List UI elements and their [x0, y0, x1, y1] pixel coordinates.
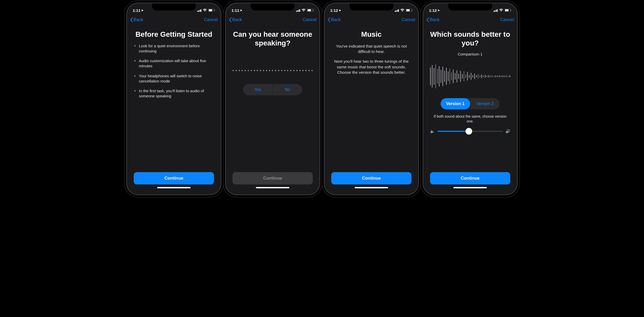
back-label: Back [133, 17, 143, 22]
page-title: Which sounds better to you? [430, 30, 510, 47]
page-title: Before Getting Started [134, 30, 214, 39]
paragraph: Next you'll hear two to three tunings of… [331, 59, 412, 75]
wifi-icon [499, 8, 503, 13]
notch [448, 3, 492, 11]
svg-rect-4 [308, 9, 311, 11]
location-icon: ➤ [141, 9, 144, 12]
cellular-icon [395, 9, 399, 12]
nav-bar: Back Cancel [226, 15, 319, 25]
list-item: Audio customization will take about five… [134, 58, 214, 69]
home-indicator[interactable] [157, 187, 191, 188]
back-button[interactable]: Back [426, 17, 440, 22]
back-button[interactable]: Back [130, 17, 143, 22]
chevron-left-icon [229, 17, 232, 22]
version-2-button[interactable]: Version 2 [470, 98, 500, 109]
svg-rect-2 [214, 10, 215, 11]
paragraph: You've indicated that quiet speech is no… [331, 43, 412, 54]
cellular-icon [197, 9, 202, 12]
phone-screen-4: 1:12 ➤ Back Cancel Which sounds better t… [423, 3, 518, 195]
back-label: Back [232, 17, 242, 22]
status-time: 1:12 [429, 8, 437, 13]
hint-text: If both sound about the same, choose ver… [430, 114, 510, 124]
body-copy: You've indicated that quiet speech is no… [331, 43, 412, 79]
phone-screen-2: 1:11 ➤ Back Cancel Can you hear someone … [225, 3, 320, 195]
wifi-icon [203, 8, 207, 13]
svg-rect-10 [505, 9, 508, 11]
home-indicator[interactable] [355, 187, 388, 188]
home-indicator[interactable] [256, 187, 289, 188]
wifi-icon [400, 8, 405, 13]
location-icon: ➤ [240, 9, 242, 12]
slider-fill [437, 131, 469, 132]
version-segment: Version 1 Version 2 [441, 98, 500, 109]
battery-icon [406, 8, 413, 13]
continue-button: Continue [232, 172, 313, 184]
cancel-button[interactable]: Cancel [500, 17, 514, 22]
waveform-icon [430, 62, 510, 90]
cellular-icon [296, 9, 300, 12]
svg-rect-1 [209, 9, 212, 11]
continue-button[interactable]: Continue [430, 172, 510, 184]
nav-bar: Back Cancel [325, 15, 418, 25]
nav-bar: Back Cancel [127, 15, 221, 25]
continue-button[interactable]: Continue [331, 172, 412, 184]
notch [152, 3, 196, 11]
list-item: Look for a quiet environment before cont… [134, 43, 214, 54]
wifi-icon [301, 8, 306, 13]
volume-slider-row: 🔈 🔊 [430, 129, 510, 134]
page-title: Can you hear someone speaking? [232, 30, 313, 47]
no-button[interactable]: No [273, 84, 302, 95]
page-title: Music [331, 30, 412, 39]
back-button[interactable]: Back [229, 17, 242, 22]
location-icon: ➤ [437, 9, 440, 12]
battery-icon [208, 8, 215, 13]
version-1-button[interactable]: Version 1 [441, 98, 470, 109]
phone-screen-3: 1:12 ➤ Back Cancel Music You've indicate… [324, 3, 419, 195]
audio-progress-dots [232, 70, 313, 71]
back-label: Back [430, 17, 440, 22]
chevron-left-icon [426, 17, 429, 22]
chevron-left-icon [130, 17, 133, 22]
back-button[interactable]: Back [328, 17, 341, 22]
svg-rect-5 [313, 10, 314, 11]
list-item: Your headphones will switch to noise can… [134, 73, 214, 84]
location-icon: ➤ [339, 9, 341, 12]
notch [251, 3, 294, 11]
phone-screen-1: 1:11 ➤ Back Cancel Before Getting Starte… [126, 3, 221, 195]
home-indicator[interactable] [453, 187, 487, 188]
bullet-list: Look for a quiet environment before cont… [134, 43, 214, 104]
status-time: 1:11 [133, 8, 140, 13]
cancel-button[interactable]: Cancel [303, 17, 316, 22]
yes-no-segment: Yes No [243, 84, 302, 95]
battery-icon [307, 8, 314, 13]
svg-rect-11 [511, 10, 511, 11]
list-item: In the first task, you'll listen to audi… [134, 88, 214, 99]
volume-low-icon: 🔈 [430, 129, 435, 134]
volume-high-icon: 🔊 [505, 129, 510, 134]
cancel-button[interactable]: Cancel [401, 17, 415, 22]
nav-bar: Back Cancel [423, 15, 517, 25]
battery-icon [505, 8, 511, 13]
status-time: 1:12 [330, 8, 338, 13]
back-label: Back [331, 17, 341, 22]
cellular-icon [494, 9, 498, 12]
chevron-left-icon [328, 17, 330, 22]
cancel-button[interactable]: Cancel [204, 17, 218, 22]
slider-thumb[interactable] [466, 128, 472, 135]
svg-rect-7 [406, 9, 410, 11]
yes-button[interactable]: Yes [243, 84, 273, 95]
continue-button[interactable]: Continue [134, 172, 214, 184]
svg-rect-8 [412, 10, 413, 11]
notch [350, 3, 393, 11]
status-time: 1:11 [231, 8, 239, 13]
volume-slider[interactable] [437, 131, 503, 132]
comparison-label: Comparison 1 [430, 52, 510, 57]
